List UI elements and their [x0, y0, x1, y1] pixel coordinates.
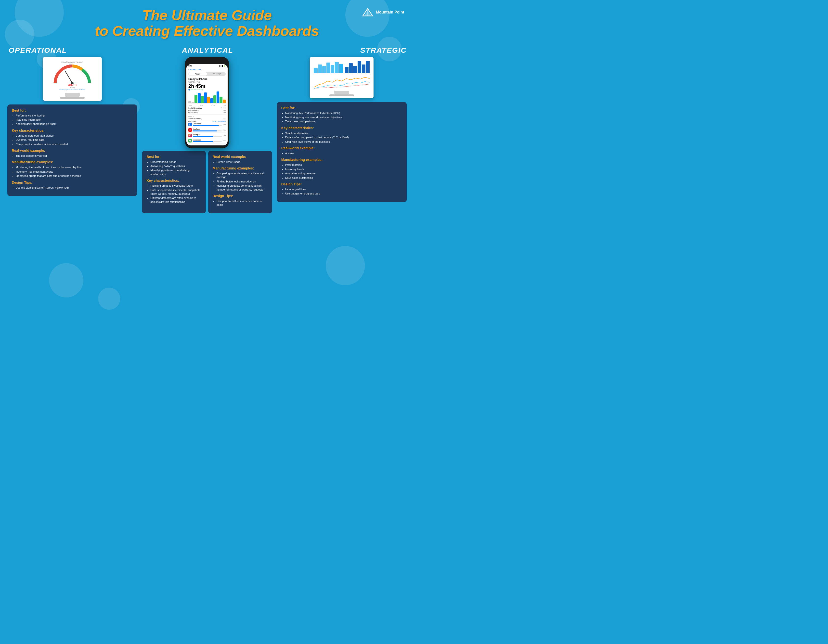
svg-text:600: 600 [88, 81, 91, 83]
operational-monitor-container: Pieces Manufactured This Month 0 30 [7, 57, 137, 101]
strategic-monitor [310, 57, 373, 98]
list-item: Finding bottlenecks in production [216, 180, 268, 183]
instagram-info: Instagram [193, 134, 222, 137]
gauge-value: 487.3 [68, 83, 77, 87]
svg-text:💬: 💬 [189, 139, 191, 142]
facebook-bar-bg [193, 125, 222, 126]
s-bar-4 [326, 63, 330, 73]
list-item: Identifying orders that are past due or … [16, 174, 133, 178]
bar-1 [188, 101, 191, 103]
s-bar-12 [362, 64, 365, 73]
bar-label-3: 12 PM [211, 105, 215, 106]
tab-today[interactable]: Today [188, 72, 207, 75]
cat-time-1: 1h 13m [221, 107, 226, 109]
s-bar-3 [322, 66, 326, 73]
list-item: Can be understood "at a glance" [16, 134, 133, 138]
list-item: Answering "Why?" questions [151, 164, 201, 168]
bar-12 [223, 100, 226, 103]
category-row-3: Productivity 18m [188, 111, 226, 113]
list-item: Offer high-level views of the business [285, 140, 402, 144]
analytical-key-char-title: Key characteristics: [146, 179, 201, 182]
instagram-name: Instagram [193, 134, 222, 135]
monitor-stand [65, 93, 80, 97]
youtube-icon [188, 128, 192, 132]
youtube-bar-fill [193, 130, 217, 132]
limit-row: Social Networking 2 hr [188, 117, 226, 120]
strategic-best-for-title: Best for: [281, 106, 402, 110]
operational-key-char-list: Can be understood "at a glance" Dynamic,… [12, 134, 133, 146]
strategic-mfg-title: Manufacturing examples: [281, 158, 402, 161]
list-item: Days sales outstanding [285, 176, 402, 180]
facebook-time: 32m [223, 124, 226, 125]
list-item: Can prompt immediate action when needed [16, 143, 133, 146]
svg-point-11 [191, 134, 191, 135]
list-item: Include goal lines [285, 188, 402, 191]
operational-column: OPERATIONAL Pieces Manufactured This Mon… [7, 46, 137, 196]
app-row-youtube: YouTube 30m [188, 128, 226, 133]
bar-8 [210, 98, 213, 103]
bar-label-2: 6 PM [200, 105, 203, 106]
operational-mfg-title: Manufacturing examples: [12, 160, 133, 164]
cat-name-1: Social Networking [188, 107, 202, 109]
gauge-container: Pieces Manufactured This Month 0 30 [45, 59, 100, 93]
svg-point-10 [189, 135, 191, 136]
operational-design-title: Design Tips: [12, 180, 133, 185]
bar-labels: 11 AM 6 PM 12 PM 6 PM [188, 105, 226, 106]
bar-chart-area [188, 91, 226, 104]
monitor-base [60, 97, 85, 99]
tab-last7[interactable]: Last 7 Days [207, 72, 226, 76]
list-item: Monitoring progress toward business obje… [285, 116, 402, 119]
s-bar-10 [353, 66, 357, 73]
strategic-design-title: Design Tips: [281, 182, 402, 186]
phone-screen: 9:41 ▐▐ ▊ 🔋 ‹ Screen Time Today Last 7 D… [187, 64, 227, 146]
limit-time: 2 hr [223, 118, 226, 119]
list-item: Time-based comparisons [285, 120, 402, 123]
strategic-key-char-title: Key characteristics: [281, 126, 402, 130]
list-item: Performance-monitoring [16, 114, 133, 118]
analytical-mfg-title: Manufacturing examples: [213, 166, 268, 170]
analytical-heading: ANALYTICAL [142, 46, 272, 55]
list-item: Identifying patterns or underlying relat… [151, 168, 201, 176]
youtube-bar-bg [193, 130, 222, 132]
list-item: Data is often compared to past periods (… [285, 136, 402, 139]
show-categories[interactable]: SHOW CATEGORIES [212, 121, 226, 122]
tab-row: Today Last 7 Days [188, 72, 226, 76]
phone-notch [200, 60, 214, 63]
s-bar-5 [331, 65, 334, 73]
list-item: Use the stoplight system (green, yellow,… [16, 186, 133, 190]
analytical-mfg-list: Comparing monthly sales to a historical … [213, 172, 268, 191]
operational-info-card: Best for: Performance-monitoring Real-ti… [7, 105, 137, 196]
app-row-messages: 💬 Messages 25m [188, 139, 226, 143]
strategic-line-chart [314, 76, 370, 89]
list-item: Monitoring the health of machines on the… [16, 166, 133, 169]
most-used-header: MOST USED SHOW CATEGORIES [188, 121, 226, 122]
svg-marker-9 [190, 129, 191, 131]
page-wrapper: The Ultimate Guide to Creating Effective… [0, 0, 414, 221]
strategic-screen-content [312, 59, 372, 91]
messages-bar-bg [193, 141, 222, 142]
strategic-real-world-list: A scale [281, 152, 402, 155]
list-item: Understanding trends [151, 160, 201, 164]
s-bar-2 [318, 64, 322, 73]
strategic-key-char-list: Simple and intuitive Data is often compa… [281, 132, 402, 144]
limits-section: LIMITS Social Networking 2 hr [188, 114, 226, 120]
s-bar-7 [339, 64, 343, 73]
instagram-bar-bg [193, 136, 222, 137]
strategic-real-world-title: Real-world example: [281, 146, 402, 150]
cat-name-3: Productivity [188, 111, 198, 113]
instagram-time: 25m [223, 135, 226, 136]
s-bar-9 [349, 63, 353, 73]
gauge-link: View Report (Pieces Manufactured This Mo… [60, 89, 85, 91]
analytical-left-card: Best for: Understanding trends Answering… [142, 151, 206, 213]
operational-best-for-list: Performance-monitoring Real-time informa… [12, 114, 133, 126]
messages-icon: 💬 [188, 139, 192, 143]
most-used-title: MOST USED [188, 121, 196, 122]
svg-line-6 [65, 71, 72, 83]
facebook-info: Facebook [193, 123, 222, 126]
bar-11 [220, 97, 223, 103]
strategic-best-for-list: Monitoring Key Performance Indicators (K… [281, 111, 402, 124]
page-title: The Ultimate Guide to Creating Effective… [7, 7, 407, 39]
logo-area: Mountain Point [362, 7, 404, 17]
list-item: Profit margins [285, 163, 402, 167]
facebook-icon: f [188, 123, 192, 126]
